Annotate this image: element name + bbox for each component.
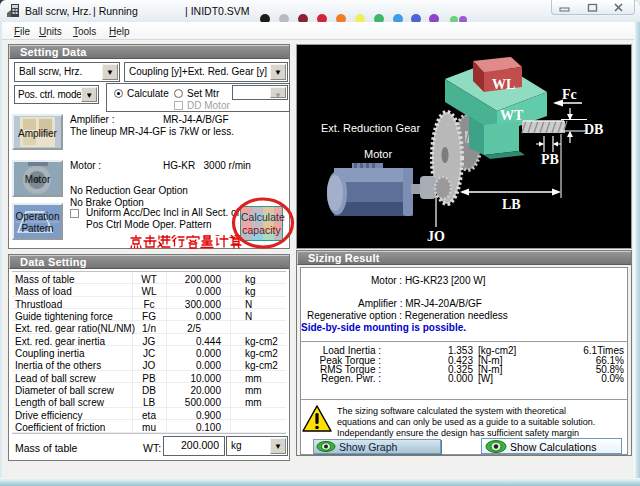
svg-text:Fc: Fc xyxy=(562,87,577,102)
svg-text:LB: LB xyxy=(502,197,521,212)
svg-text:PB: PB xyxy=(541,152,559,167)
svg-text:Ext. Reduction Gear: Ext. Reduction Gear xyxy=(321,122,420,134)
svg-text:WT: WT xyxy=(500,108,524,123)
svg-text:JO: JO xyxy=(427,229,445,244)
svg-text:DB: DB xyxy=(584,122,603,137)
svg-text:Motor: Motor xyxy=(364,148,392,160)
svg-text:WL: WL xyxy=(492,77,515,92)
